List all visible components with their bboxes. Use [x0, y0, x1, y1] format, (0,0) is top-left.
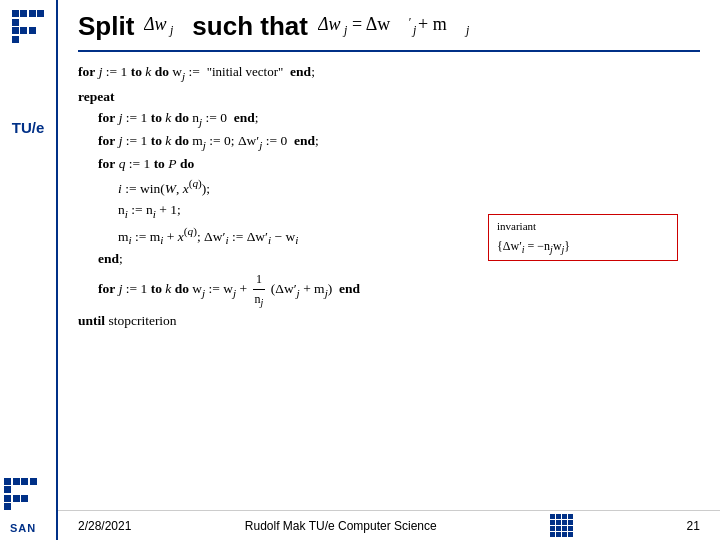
- footer-center: Rudolf Mak TU/e Computer Science: [245, 519, 437, 533]
- sidebar-institution-label: TU/e: [12, 119, 45, 136]
- footer-date: 2/28/2021: [78, 519, 131, 533]
- title-row: Split Δw j such that Δw j = Δw ′ j + m j: [78, 10, 700, 42]
- pseudocode-block: for j := 1 to k do wj := "initial vector…: [78, 62, 700, 332]
- tue-logo-top: [12, 10, 45, 43]
- footer-grid-icon: [550, 514, 573, 537]
- svg-text:j: j: [411, 23, 417, 37]
- invariant-label: invariant: [497, 218, 669, 235]
- svg-text:′: ′: [408, 15, 411, 29]
- svg-text:j: j: [464, 23, 470, 37]
- title-underline: [78, 50, 700, 52]
- svg-text:+ m: + m: [418, 14, 447, 34]
- code-line-3: for j := 1 to k do nj := 0 end;: [78, 108, 700, 131]
- footer: 2/28/2021 Rudolf Mak TU/e Computer Scien…: [58, 510, 720, 540]
- code-line-until: until stopcriterion: [78, 311, 700, 332]
- san-label: SAN: [10, 522, 36, 534]
- code-line-4: for j := 1 to k do mj := 0; Δw′j := 0 en…: [78, 131, 700, 154]
- code-line-10: for j := 1 to k do wj := wj + 1 nj (Δw′j…: [78, 270, 700, 310]
- san-logo: [4, 478, 37, 511]
- code-line-5: for q := 1 to P do: [78, 154, 700, 175]
- code-line-6: i := win(W, x(q));: [78, 175, 700, 199]
- delta-wj-formula: Δw j: [144, 10, 182, 42]
- sidebar: TU/e SAN: [0, 0, 58, 540]
- svg-text:j: j: [168, 23, 174, 37]
- such-that-text: such that: [192, 11, 308, 42]
- slide-title: Split: [78, 11, 134, 42]
- code-line-1: for j := 1 to k do wj := "initial vector…: [78, 62, 700, 85]
- svg-text:Δw: Δw: [318, 14, 341, 34]
- svg-text:Δw: Δw: [144, 14, 167, 34]
- main-content: Split Δw j such that Δw j = Δw ′ j + m j: [58, 0, 720, 540]
- footer-page: 21: [687, 519, 700, 533]
- svg-text:= Δw: = Δw: [352, 14, 390, 34]
- invariant-formula: {Δw′i = −njwj}: [497, 239, 570, 253]
- formula-split: Δw j = Δw ′ j + m j: [318, 10, 518, 42]
- code-line-repeat: repeat: [78, 87, 700, 108]
- svg-text:j: j: [342, 23, 348, 37]
- invariant-box: invariant {Δw′i = −njwj}: [488, 214, 678, 261]
